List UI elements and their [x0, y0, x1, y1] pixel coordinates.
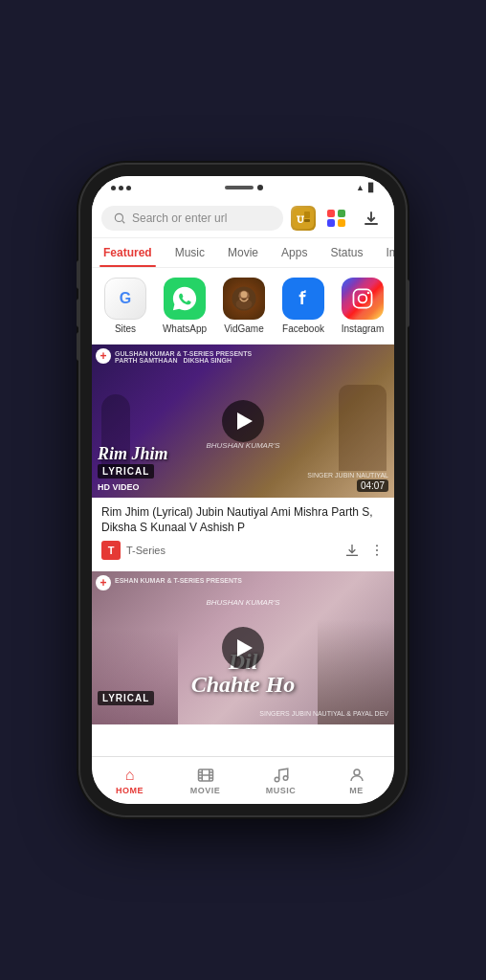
phone-screen: ▲ ▊ Search or enter url ᴜ: [92, 176, 394, 804]
signal-indicator: [111, 186, 131, 190]
svg-point-8: [236, 299, 253, 309]
video-info-title-1: Rim Jhim (Lyrical) Jubin Nautiyal Ami Mi…: [101, 505, 385, 535]
nav-me-label: ME: [349, 786, 364, 795]
status-bar: ▲ ▊: [92, 176, 394, 199]
apps-row: G Sites WhatsApp: [92, 268, 394, 345]
svg-point-11: [359, 295, 367, 303]
app-vidgame-label: VidGame: [224, 323, 264, 334]
phone-frame: ▲ ▊ Search or enter url ᴜ: [80, 165, 406, 815]
download-icon-svg: [363, 210, 380, 227]
signal-dot-1: [111, 186, 116, 190]
channel-info-1: T T-Series: [101, 541, 166, 560]
app-facebook-label: Facebook: [282, 323, 324, 334]
svg-point-18: [283, 775, 288, 780]
music-nav-icon: [273, 767, 290, 784]
signal-dot-2: [119, 186, 123, 190]
movie-nav-icon: [197, 767, 214, 784]
svg-rect-5: [304, 219, 310, 222]
tab-apps[interactable]: Apps: [270, 238, 319, 267]
app-instagram[interactable]: Instagram: [335, 278, 390, 334]
singer-text-1: SINGER JUBIN NAUTIYAL: [307, 472, 388, 479]
svg-point-13: [376, 546, 378, 547]
home-nav-icon: ⌂: [125, 767, 135, 784]
toolbar-icons: ᴜ: [291, 205, 385, 232]
svg-point-19: [354, 769, 360, 775]
camera-notch: [225, 185, 263, 190]
nav-music[interactable]: MUSIC: [243, 757, 319, 804]
producer-text-1: GULSHAN KUMAR & T-SERIES PRESENTSPARTH S…: [115, 350, 252, 364]
tab-music[interactable]: Music: [164, 238, 216, 267]
tab-featured[interactable]: Featured: [92, 238, 164, 267]
me-nav-icon: [348, 767, 365, 784]
lyrical-badge-2: LYRICAL: [98, 691, 154, 705]
instagram-icon: [342, 278, 384, 320]
nav-home[interactable]: ⌂ HOME: [92, 757, 167, 804]
bottom-nav: ⌂ HOME MOVIE MUSIC ME: [92, 756, 394, 804]
nav-me[interactable]: ME: [319, 757, 394, 804]
tabs-container: Featured Music Movie Apps Status Image: [92, 238, 394, 268]
vidgame-icon: [223, 278, 265, 320]
video-info-rim-jhim: Rim Jhim (Lyrical) Jubin Nautiyal Ami Mi…: [92, 498, 394, 568]
wifi-icon: ▲: [356, 183, 364, 192]
nav-home-label: HOME: [116, 786, 144, 795]
lyrical-badge-1: LYRICAL: [98, 464, 154, 479]
svg-point-17: [275, 777, 279, 782]
svg-line-1: [122, 221, 125, 224]
facebook-logo: [291, 286, 316, 311]
play-button-1[interactable]: [222, 400, 264, 442]
channel-name-1: T-Series: [126, 545, 166, 556]
nav-music-label: MUSIC: [266, 786, 297, 795]
download-video-icon-1[interactable]: [344, 543, 360, 558]
video-actions-1: [344, 543, 385, 558]
signal-dot-3: [126, 186, 131, 190]
app-whatsapp-label: WhatsApp: [163, 323, 207, 334]
video-title-rim-jhim: Rim Jhim: [98, 445, 388, 464]
grid-dots: [327, 210, 346, 227]
video-thumbnail-rim-jhim[interactable]: + GULSHAN KUMAR & T-SERIES PRESENTSPARTH…: [92, 345, 394, 498]
video-info-bottom-1: T T-Series: [101, 541, 385, 560]
plus-badge-2: +: [96, 575, 111, 590]
video-bg-dil-chahte: + ESHAN KUMAR & T-SERIES PRESENTS BHUSHA…: [92, 571, 394, 724]
app-facebook[interactable]: Facebook: [276, 278, 331, 334]
tab-movie[interactable]: Movie: [216, 238, 270, 267]
svg-point-0: [115, 213, 122, 221]
svg-point-15: [376, 554, 378, 556]
duration-1: 04:07: [357, 479, 388, 492]
uc-icon-svg: ᴜ: [293, 208, 314, 229]
uc-browser-icon[interactable]: ᴜ: [291, 206, 316, 231]
play-triangle-1: [237, 412, 253, 430]
video-thumbnail-dil-chahte-ho[interactable]: + ESHAN KUMAR & T-SERIES PRESENTS BHUSHA…: [92, 571, 394, 724]
instagram-logo: [350, 286, 375, 311]
video-card-rim-jhim: + GULSHAN KUMAR & T-SERIES PRESENTSPARTH…: [92, 345, 394, 568]
whatsapp-logo: [171, 285, 198, 312]
tseries-logo-1: T: [101, 541, 121, 560]
whatsapp-icon: [164, 278, 206, 320]
more-options-icon-1[interactable]: [369, 543, 385, 558]
svg-point-9: [241, 291, 248, 298]
nav-movie-label: MOVIE: [190, 786, 221, 795]
app-sites[interactable]: G Sites: [98, 278, 153, 334]
svg-point-14: [376, 549, 378, 551]
apps-grid-icon[interactable]: [323, 205, 350, 232]
download-icon[interactable]: [358, 205, 385, 232]
search-bar[interactable]: Search or enter url: [101, 206, 283, 231]
app-vidgame[interactable]: VidGame: [216, 278, 272, 334]
battery-icon: ▊: [368, 183, 375, 192]
play-triangle-2: [237, 639, 253, 657]
video-card-dil-chahte-ho: + ESHAN KUMAR & T-SERIES PRESENTS BHUSHA…: [92, 571, 394, 724]
speaker-grill: [225, 186, 254, 189]
sites-icon: G: [104, 278, 146, 320]
search-icon: [113, 212, 126, 225]
hd-badge-1: HD VIDEO: [98, 482, 140, 492]
tab-image[interactable]: Image: [374, 238, 394, 267]
play-button-2[interactable]: [222, 627, 264, 669]
nav-movie[interactable]: MOVIE: [167, 757, 243, 804]
search-bar-container: Search or enter url ᴜ: [92, 199, 394, 238]
app-sites-label: Sites: [115, 323, 136, 334]
tab-status[interactable]: Status: [319, 238, 374, 267]
app-whatsapp[interactable]: WhatsApp: [157, 278, 212, 334]
content-area: + GULSHAN KUMAR & T-SERIES PRESENTSPARTH…: [92, 345, 394, 756]
plus-badge-1: +: [96, 348, 111, 364]
app-instagram-label: Instagram: [342, 323, 384, 334]
video-bg-rim-jhim: + GULSHAN KUMAR & T-SERIES PRESENTSPARTH…: [92, 345, 394, 498]
